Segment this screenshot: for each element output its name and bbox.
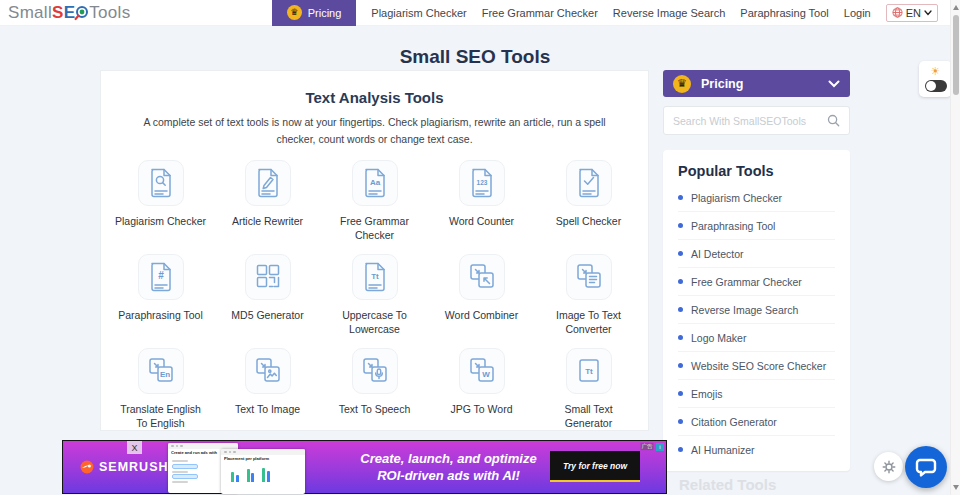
- text-to-speech-icon: [352, 348, 398, 394]
- svg-text:Tt: Tt: [371, 271, 379, 280]
- svg-text:En: En: [159, 370, 169, 379]
- search-input[interactable]: [673, 115, 827, 127]
- tool-label: Text To Speech: [339, 402, 411, 416]
- tool-paraphrasing-tool[interactable]: #Paraphrasing Tool: [107, 254, 214, 336]
- dark-mode-toggle[interactable]: [925, 80, 947, 92]
- page-title: Small SEO Tools: [0, 46, 950, 68]
- scrollbar-up-arrow[interactable]: [953, 5, 959, 10]
- tool-spell-checker[interactable]: Spell Checker: [535, 160, 642, 242]
- bullet-dot-icon: [678, 419, 683, 424]
- tool-article-rewriter[interactable]: Article Rewriter: [214, 160, 321, 242]
- tool-free-grammar-checker[interactable]: AaFree Grammar Checker: [321, 160, 428, 242]
- bullet-dot-icon: [678, 447, 683, 452]
- popular-tools-title: Popular Tools: [678, 163, 835, 179]
- tool-text-to-image[interactable]: Text To Image: [214, 348, 321, 430]
- tool-label: MD5 Generator: [231, 308, 303, 322]
- svg-text:Tt: Tt: [585, 367, 593, 376]
- live-chat-button[interactable]: [905, 446, 947, 488]
- toggle-knob: [926, 81, 936, 91]
- popular-tool-label: AI Humanizer: [691, 444, 755, 456]
- site-logo[interactable]: SmallSE Tools: [8, 3, 130, 23]
- paraphrasing-tool-icon: #: [138, 254, 184, 300]
- bullet-dot-icon: [678, 391, 683, 396]
- tool-word-combiner[interactable]: Word Combiner: [428, 254, 535, 336]
- bullet-dot-icon: [678, 335, 683, 340]
- tool-small-text-generator[interactable]: TtSmall Text Generator: [535, 348, 642, 430]
- tool-plagiarism-checker[interactable]: Plagiarism Checker: [107, 160, 214, 242]
- popular-tool-ai-humanizer[interactable]: AI Humanizer: [678, 436, 835, 463]
- nav-link-reverse-image-search[interactable]: Reverse Image Search: [613, 7, 726, 19]
- popular-tool-emojis[interactable]: Emojis: [678, 380, 835, 408]
- language-selector[interactable]: EN: [886, 4, 938, 22]
- crown-icon: ♛: [287, 5, 302, 20]
- sidebar-pricing-accordion[interactable]: ♛ Pricing: [663, 70, 850, 97]
- tool-label: Plagiarism Checker: [115, 214, 206, 228]
- nav-pricing-button[interactable]: ♛ Pricing: [272, 0, 357, 26]
- bullet-dot-icon: [678, 363, 683, 368]
- ad-mockup-chart: Placement per platform: [221, 449, 305, 494]
- popular-tool-ai-detector[interactable]: AI Detector: [678, 240, 835, 268]
- tools-grid: Plagiarism CheckerArticle RewriterAaFree…: [101, 160, 648, 431]
- logo-letter-s: S: [52, 3, 64, 23]
- logo-text-tools: Tools: [89, 3, 130, 23]
- popular-tool-free-grammar-checker[interactable]: Free Grammar Checker: [678, 268, 835, 296]
- tool-label: Word Counter: [449, 214, 514, 228]
- popular-tool-label: Emojis: [691, 388, 723, 400]
- jpg-to-word-icon: W: [459, 348, 505, 394]
- search-icon[interactable]: [827, 114, 840, 127]
- tool-image-to-text-converter[interactable]: Image To Text Converter: [535, 254, 642, 336]
- bullet-dot-icon: [678, 279, 683, 284]
- scrollbar-thumb[interactable]: [953, 15, 959, 95]
- bullet-dot-icon: [678, 195, 683, 200]
- tool-word-counter[interactable]: 123Word Counter: [428, 160, 535, 242]
- chat-bubble-icon: [915, 457, 937, 478]
- globe-icon: [892, 7, 903, 18]
- nav-link-login[interactable]: Login: [844, 7, 871, 19]
- popular-tool-paraphrasing-tool[interactable]: Paraphrasing Tool: [678, 212, 835, 240]
- ad-cta-button[interactable]: Try for free now: [550, 451, 640, 482]
- gear-icon: [882, 460, 896, 474]
- ad-close-button[interactable]: X: [127, 441, 142, 454]
- chevron-down-icon: [828, 80, 840, 88]
- nav-link-paraphrasing-tool[interactable]: Paraphrasing Tool: [740, 7, 828, 19]
- scrollbar-down-arrow[interactable]: [953, 485, 959, 490]
- ad-mockup-bar-chart: [231, 466, 305, 482]
- logo-text-small: Small: [8, 3, 52, 23]
- tool-uppercase-to-lowercase[interactable]: TtUppercase To Lowercase: [321, 254, 428, 336]
- nav-link-plagiarism-checker[interactable]: Plagiarism Checker: [371, 7, 466, 19]
- ad-brand: SEMRUSH: [80, 460, 169, 474]
- tool-label: Word Combiner: [445, 308, 518, 322]
- tool-label: Translate English To English: [114, 402, 208, 430]
- popular-tool-plagiarism-checker[interactable]: Plagiarism Checker: [678, 184, 835, 212]
- popular-tool-reverse-image-search[interactable]: Reverse Image Search: [678, 296, 835, 324]
- tool-label: Spell Checker: [556, 214, 621, 228]
- ad-banner[interactable]: X SEMRUSH Create and run ads with Placem…: [62, 440, 667, 494]
- svg-text:#: #: [158, 269, 164, 280]
- tool-translate-english-to-english[interactable]: EnTranslate English To English: [107, 348, 214, 430]
- popular-tools-card: Popular Tools Plagiarism CheckerParaphra…: [663, 150, 850, 471]
- settings-button[interactable]: [874, 452, 903, 481]
- tool-label: Article Rewriter: [232, 214, 303, 228]
- popular-tool-citation-generator[interactable]: Citation Generator: [678, 408, 835, 436]
- popular-tool-label: Paraphrasing Tool: [691, 220, 775, 232]
- tool-label: Uppercase To Lowercase: [328, 308, 422, 336]
- image-to-text-converter-icon: [566, 254, 612, 300]
- nav-link-free-grammar-checker[interactable]: Free Grammar Checker: [482, 7, 598, 19]
- spell-checker-icon: [566, 160, 612, 206]
- tool-label: Paraphrasing Tool: [118, 308, 202, 322]
- page-scrollbar: [950, 0, 960, 495]
- popular-tool-label: AI Detector: [691, 248, 744, 260]
- tool-label: Small Text Generator: [542, 402, 636, 430]
- tool-jpg-to-word[interactable]: WJPG To Word: [428, 348, 535, 430]
- tool-text-to-speech[interactable]: Text To Speech: [321, 348, 428, 430]
- popular-tools-list: Plagiarism CheckerParaphrasing ToolAI De…: [678, 184, 835, 463]
- theme-toggle-widget: ☀: [919, 61, 952, 97]
- svg-text:W: W: [482, 370, 490, 379]
- popular-tool-website-seo-score-checker[interactable]: Website SEO Score Checker: [678, 352, 835, 380]
- tool-label: Text To Image: [235, 402, 300, 416]
- tool-md5-generator[interactable]: MD5 Generator: [214, 254, 321, 336]
- popular-tool-logo-maker[interactable]: Logo Maker: [678, 324, 835, 352]
- ad-badge[interactable]: 广告 i: [639, 442, 664, 451]
- section-title: Text Analysis Tools: [101, 89, 648, 106]
- nav-menu: ♛ Pricing Plagiarism CheckerFree Grammar…: [272, 0, 950, 26]
